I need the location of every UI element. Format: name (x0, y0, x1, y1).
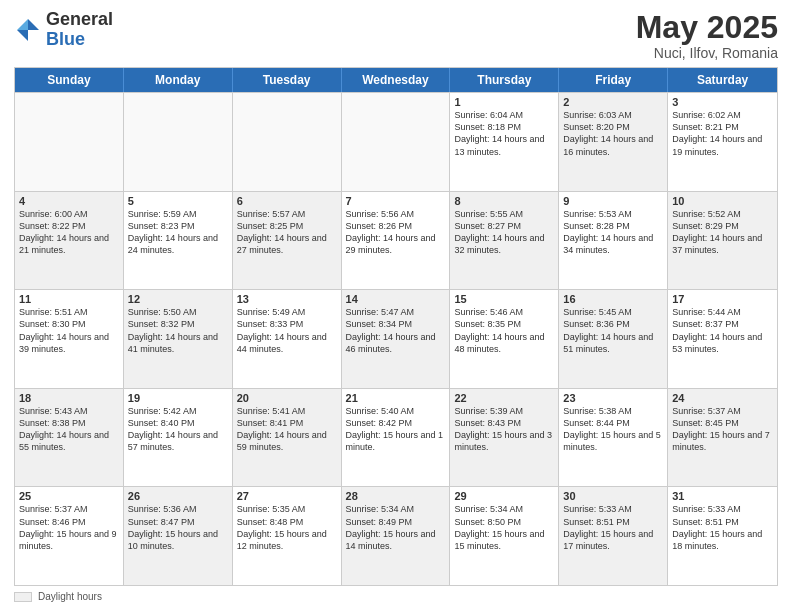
cell-text: Sunrise: 6:04 AM Sunset: 8:18 PM Dayligh… (454, 109, 554, 158)
cell-text: Sunrise: 5:57 AM Sunset: 8:25 PM Dayligh… (237, 208, 337, 257)
day-number: 19 (128, 392, 228, 404)
calendar-cell: 21Sunrise: 5:40 AM Sunset: 8:42 PM Dayli… (342, 389, 451, 487)
cell-text: Sunrise: 6:03 AM Sunset: 8:20 PM Dayligh… (563, 109, 663, 158)
calendar: SundayMondayTuesdayWednesdayThursdayFrid… (14, 67, 778, 586)
calendar-cell: 17Sunrise: 5:44 AM Sunset: 8:37 PM Dayli… (668, 290, 777, 388)
calendar-row: 25Sunrise: 5:37 AM Sunset: 8:46 PM Dayli… (15, 486, 777, 585)
cell-text: Sunrise: 5:45 AM Sunset: 8:36 PM Dayligh… (563, 306, 663, 355)
day-number: 5 (128, 195, 228, 207)
calendar-cell: 8Sunrise: 5:55 AM Sunset: 8:27 PM Daylig… (450, 192, 559, 290)
day-number: 31 (672, 490, 773, 502)
logo: General Blue (14, 10, 113, 50)
calendar-body: 1Sunrise: 6:04 AM Sunset: 8:18 PM Daylig… (15, 92, 777, 585)
cell-text: Sunrise: 5:43 AM Sunset: 8:38 PM Dayligh… (19, 405, 119, 454)
calendar-cell: 30Sunrise: 5:33 AM Sunset: 8:51 PM Dayli… (559, 487, 668, 585)
calendar-header-cell: Saturday (668, 68, 777, 92)
day-number: 27 (237, 490, 337, 502)
cell-text: Sunrise: 5:42 AM Sunset: 8:40 PM Dayligh… (128, 405, 228, 454)
calendar-header-cell: Friday (559, 68, 668, 92)
calendar-cell (124, 93, 233, 191)
calendar-cell (233, 93, 342, 191)
calendar-cell: 3Sunrise: 6:02 AM Sunset: 8:21 PM Daylig… (668, 93, 777, 191)
calendar-cell: 10Sunrise: 5:52 AM Sunset: 8:29 PM Dayli… (668, 192, 777, 290)
day-number: 28 (346, 490, 446, 502)
calendar-cell: 12Sunrise: 5:50 AM Sunset: 8:32 PM Dayli… (124, 290, 233, 388)
calendar-cell: 5Sunrise: 5:59 AM Sunset: 8:23 PM Daylig… (124, 192, 233, 290)
calendar-cell: 26Sunrise: 5:36 AM Sunset: 8:47 PM Dayli… (124, 487, 233, 585)
calendar-cell: 18Sunrise: 5:43 AM Sunset: 8:38 PM Dayli… (15, 389, 124, 487)
cell-text: Sunrise: 5:59 AM Sunset: 8:23 PM Dayligh… (128, 208, 228, 257)
calendar-cell: 24Sunrise: 5:37 AM Sunset: 8:45 PM Dayli… (668, 389, 777, 487)
calendar-row: 1Sunrise: 6:04 AM Sunset: 8:18 PM Daylig… (15, 92, 777, 191)
day-number: 30 (563, 490, 663, 502)
day-number: 7 (346, 195, 446, 207)
calendar-row: 11Sunrise: 5:51 AM Sunset: 8:30 PM Dayli… (15, 289, 777, 388)
day-number: 4 (19, 195, 119, 207)
cell-text: Sunrise: 5:44 AM Sunset: 8:37 PM Dayligh… (672, 306, 773, 355)
day-number: 17 (672, 293, 773, 305)
cell-text: Sunrise: 5:36 AM Sunset: 8:47 PM Dayligh… (128, 503, 228, 552)
cell-text: Sunrise: 5:37 AM Sunset: 8:46 PM Dayligh… (19, 503, 119, 552)
day-number: 18 (19, 392, 119, 404)
day-number: 21 (346, 392, 446, 404)
day-number: 11 (19, 293, 119, 305)
logo-icon (14, 16, 42, 44)
calendar-cell: 28Sunrise: 5:34 AM Sunset: 8:49 PM Dayli… (342, 487, 451, 585)
day-number: 20 (237, 392, 337, 404)
cell-text: Sunrise: 5:34 AM Sunset: 8:49 PM Dayligh… (346, 503, 446, 552)
calendar-cell: 9Sunrise: 5:53 AM Sunset: 8:28 PM Daylig… (559, 192, 668, 290)
day-number: 10 (672, 195, 773, 207)
day-number: 3 (672, 96, 773, 108)
cell-text: Sunrise: 5:46 AM Sunset: 8:35 PM Dayligh… (454, 306, 554, 355)
logo-blue-text: Blue (46, 29, 85, 49)
calendar-cell: 15Sunrise: 5:46 AM Sunset: 8:35 PM Dayli… (450, 290, 559, 388)
day-number: 14 (346, 293, 446, 305)
calendar-cell: 11Sunrise: 5:51 AM Sunset: 8:30 PM Dayli… (15, 290, 124, 388)
day-number: 2 (563, 96, 663, 108)
day-number: 29 (454, 490, 554, 502)
cell-text: Sunrise: 5:50 AM Sunset: 8:32 PM Dayligh… (128, 306, 228, 355)
cell-text: Sunrise: 5:34 AM Sunset: 8:50 PM Dayligh… (454, 503, 554, 552)
calendar-cell: 14Sunrise: 5:47 AM Sunset: 8:34 PM Dayli… (342, 290, 451, 388)
page: General Blue May 2025 Nuci, Ilfov, Roman… (0, 0, 792, 612)
cell-text: Sunrise: 5:52 AM Sunset: 8:29 PM Dayligh… (672, 208, 773, 257)
logo-text: General Blue (46, 10, 113, 50)
calendar-header-cell: Monday (124, 68, 233, 92)
day-number: 9 (563, 195, 663, 207)
day-number: 1 (454, 96, 554, 108)
cell-text: Sunrise: 6:00 AM Sunset: 8:22 PM Dayligh… (19, 208, 119, 257)
cell-text: Sunrise: 5:37 AM Sunset: 8:45 PM Dayligh… (672, 405, 773, 454)
day-number: 16 (563, 293, 663, 305)
cell-text: Sunrise: 5:51 AM Sunset: 8:30 PM Dayligh… (19, 306, 119, 355)
calendar-header-cell: Tuesday (233, 68, 342, 92)
calendar-cell: 7Sunrise: 5:56 AM Sunset: 8:26 PM Daylig… (342, 192, 451, 290)
cell-text: Sunrise: 5:49 AM Sunset: 8:33 PM Dayligh… (237, 306, 337, 355)
calendar-cell: 31Sunrise: 5:33 AM Sunset: 8:51 PM Dayli… (668, 487, 777, 585)
calendar-row: 4Sunrise: 6:00 AM Sunset: 8:22 PM Daylig… (15, 191, 777, 290)
calendar-cell: 4Sunrise: 6:00 AM Sunset: 8:22 PM Daylig… (15, 192, 124, 290)
day-number: 13 (237, 293, 337, 305)
day-number: 22 (454, 392, 554, 404)
svg-marker-0 (28, 19, 39, 30)
cell-text: Sunrise: 5:40 AM Sunset: 8:42 PM Dayligh… (346, 405, 446, 454)
cell-text: Sunrise: 5:41 AM Sunset: 8:41 PM Dayligh… (237, 405, 337, 454)
location: Nuci, Ilfov, Romania (636, 45, 778, 61)
svg-marker-2 (17, 19, 28, 30)
calendar-cell (15, 93, 124, 191)
calendar-cell: 13Sunrise: 5:49 AM Sunset: 8:33 PM Dayli… (233, 290, 342, 388)
day-number: 24 (672, 392, 773, 404)
cell-text: Sunrise: 5:38 AM Sunset: 8:44 PM Dayligh… (563, 405, 663, 454)
cell-text: Sunrise: 5:56 AM Sunset: 8:26 PM Dayligh… (346, 208, 446, 257)
calendar-cell: 16Sunrise: 5:45 AM Sunset: 8:36 PM Dayli… (559, 290, 668, 388)
day-number: 23 (563, 392, 663, 404)
cell-text: Sunrise: 5:35 AM Sunset: 8:48 PM Dayligh… (237, 503, 337, 552)
day-number: 12 (128, 293, 228, 305)
calendar-header-row: SundayMondayTuesdayWednesdayThursdayFrid… (15, 68, 777, 92)
cell-text: Sunrise: 5:53 AM Sunset: 8:28 PM Dayligh… (563, 208, 663, 257)
calendar-cell: 19Sunrise: 5:42 AM Sunset: 8:40 PM Dayli… (124, 389, 233, 487)
calendar-cell: 2Sunrise: 6:03 AM Sunset: 8:20 PM Daylig… (559, 93, 668, 191)
calendar-cell: 25Sunrise: 5:37 AM Sunset: 8:46 PM Dayli… (15, 487, 124, 585)
calendar-cell: 22Sunrise: 5:39 AM Sunset: 8:43 PM Dayli… (450, 389, 559, 487)
calendar-cell: 29Sunrise: 5:34 AM Sunset: 8:50 PM Dayli… (450, 487, 559, 585)
logo-general-text: General (46, 9, 113, 29)
